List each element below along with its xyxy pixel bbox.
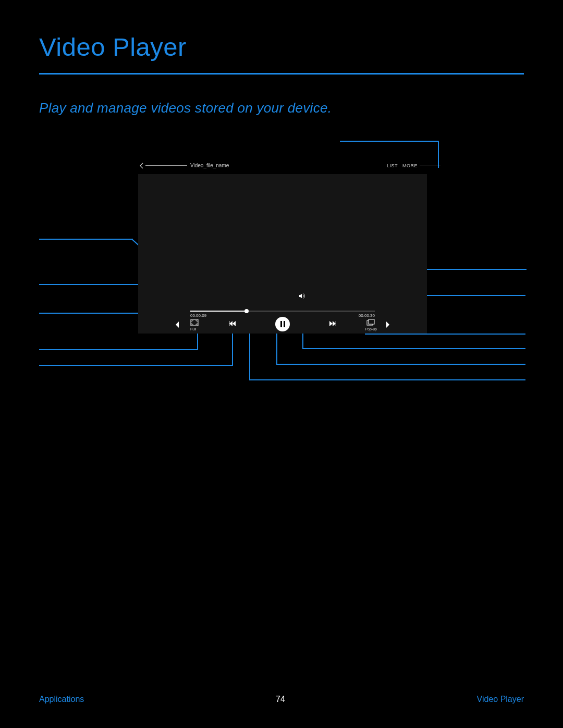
video-filename: Video_file_name	[190, 163, 229, 168]
callout-line	[276, 364, 525, 365]
video-surface[interactable]: 00:00:09 00:00:30 Full	[138, 174, 427, 334]
callout-line	[39, 349, 198, 350]
callout-line	[276, 334, 277, 364]
controls-row: Full Pop-up	[138, 318, 427, 334]
callout-line	[302, 334, 303, 348]
pause-icon	[280, 321, 282, 327]
svg-rect-1	[229, 321, 229, 326]
rewind-caret-icon[interactable]	[175, 321, 180, 328]
popup-icon[interactable]	[366, 319, 375, 326]
play-pause-button[interactable]	[275, 317, 290, 331]
time-elapsed: 00:00:09	[190, 313, 206, 318]
player-header: Video_file_name LIST MORE	[138, 162, 427, 170]
more-divider-line	[420, 166, 440, 166]
progress-track[interactable]	[190, 311, 375, 312]
callout-line	[302, 348, 525, 349]
next-icon[interactable]	[329, 320, 336, 327]
progress-thumb[interactable]	[244, 309, 249, 313]
svg-rect-2	[336, 321, 336, 326]
popup-label: Pop-up	[365, 327, 377, 331]
callout-line	[249, 334, 250, 379]
svg-rect-4	[369, 319, 374, 324]
callout-line	[340, 141, 439, 142]
progress-fill	[190, 311, 246, 312]
callout-line	[39, 284, 150, 285]
footer-section: Applications	[39, 695, 84, 704]
page-subtitle: Play and manage videos stored on your de…	[39, 100, 332, 116]
fullscreen-icon[interactable]	[190, 319, 199, 326]
forward-caret-icon[interactable]	[385, 321, 390, 328]
fullscreen-label: Full	[190, 327, 196, 331]
volume-icon[interactable]	[299, 293, 305, 299]
video-player-mock: Video_file_name LIST MORE 00:00:09 00:00…	[138, 162, 427, 334]
previous-icon[interactable]	[229, 320, 236, 327]
callout-line	[39, 239, 133, 240]
pause-icon	[284, 321, 285, 327]
page-title: Video Player	[39, 32, 187, 61]
callout-line	[365, 334, 525, 335]
page-footer: Applications 74 Video Player	[39, 693, 524, 706]
footer-page-number: 74	[276, 695, 285, 704]
callout-line	[249, 379, 525, 380]
time-total: 00:00:30	[359, 313, 375, 318]
more-button[interactable]: MORE	[402, 163, 418, 168]
back-divider-line	[145, 165, 187, 166]
callout-line	[197, 334, 198, 349]
list-button[interactable]: LIST	[387, 163, 398, 168]
back-icon[interactable]	[138, 162, 145, 169]
callout-line	[438, 141, 439, 168]
callout-line	[232, 334, 233, 365]
footer-topic: Video Player	[477, 695, 524, 704]
title-divider	[39, 73, 524, 75]
callout-line	[39, 365, 233, 366]
